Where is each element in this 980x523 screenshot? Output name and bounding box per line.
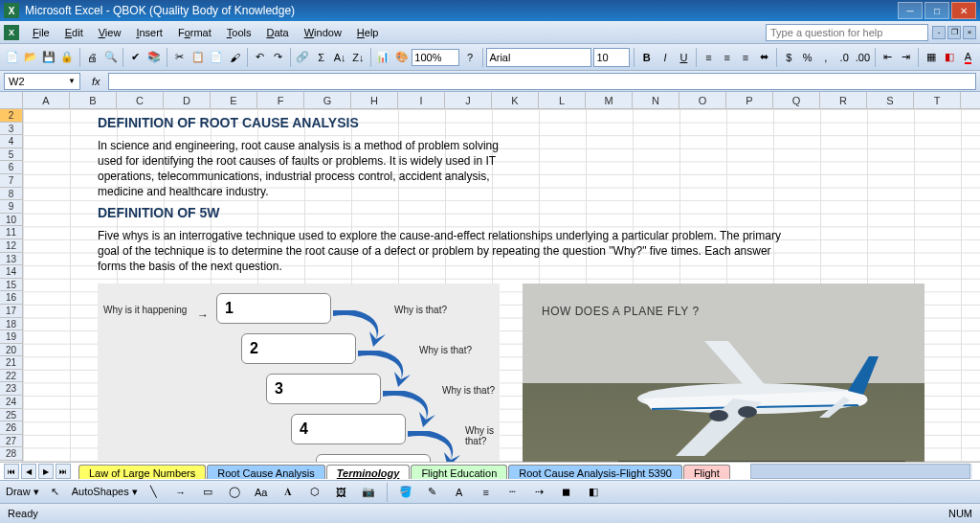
- col-H[interactable]: H: [351, 92, 398, 108]
- fill-color-draw-icon[interactable]: 🪣: [395, 482, 416, 503]
- row-24[interactable]: 24: [0, 396, 22, 409]
- redo-icon[interactable]: ↷: [270, 47, 286, 68]
- col-D[interactable]: D: [164, 92, 211, 108]
- fx-icon[interactable]: fx: [92, 76, 100, 87]
- sheet-tab[interactable]: Flight Education: [411, 465, 507, 479]
- diagram-icon[interactable]: ⬡: [304, 482, 325, 503]
- sort-asc-icon[interactable]: A↓: [331, 47, 347, 68]
- font-color-icon[interactable]: A: [960, 47, 976, 68]
- row-11[interactable]: 11: [0, 226, 22, 239]
- col-S[interactable]: S: [867, 92, 914, 108]
- formula-bar[interactable]: [108, 73, 976, 90]
- new-icon[interactable]: 📄: [4, 47, 20, 68]
- row-6[interactable]: 6: [0, 161, 22, 174]
- col-A[interactable]: A: [23, 92, 70, 108]
- increase-indent-icon[interactable]: ⇥: [898, 47, 914, 68]
- copy-icon[interactable]: 📋: [189, 47, 206, 68]
- draw-menu[interactable]: Draw ▾: [6, 486, 39, 498]
- row-19[interactable]: 19: [0, 330, 22, 344]
- oval-icon[interactable]: ◯: [224, 482, 245, 503]
- menu-tools[interactable]: Tools: [219, 25, 259, 40]
- font-color-draw-icon[interactable]: A: [449, 482, 470, 503]
- row-8[interactable]: 8: [0, 188, 22, 201]
- row-26[interactable]: 26: [0, 421, 22, 435]
- select-objects-icon[interactable]: ↖: [45, 482, 66, 503]
- sheet-tab[interactable]: Root Cause Analysis-Flight 5390: [508, 465, 682, 479]
- col-I[interactable]: I: [398, 92, 445, 108]
- picture-icon[interactable]: 📷: [358, 482, 379, 503]
- autoshapes-menu[interactable]: AutoShapes ▾: [72, 486, 138, 498]
- row-7[interactable]: 7: [0, 174, 22, 188]
- col-B[interactable]: B: [70, 92, 117, 108]
- row-27[interactable]: 27: [0, 435, 22, 448]
- row-5[interactable]: 5: [0, 148, 22, 162]
- tab-nav-prev[interactable]: ◀: [21, 464, 36, 479]
- research-icon[interactable]: 📚: [146, 47, 163, 68]
- print-preview-icon[interactable]: 🔍: [102, 47, 119, 68]
- row-20[interactable]: 20: [0, 344, 22, 357]
- col-N[interactable]: N: [633, 92, 679, 108]
- menu-file[interactable]: File: [25, 25, 57, 40]
- row-13[interactable]: 13: [0, 253, 22, 266]
- align-left-icon[interactable]: ≡: [701, 47, 717, 68]
- horizontal-scrollbar[interactable]: [750, 464, 972, 479]
- row-21[interactable]: 21: [0, 356, 22, 370]
- menu-data[interactable]: Data: [258, 25, 296, 40]
- open-icon[interactable]: 📂: [22, 47, 38, 68]
- font-size-select[interactable]: [593, 48, 630, 67]
- spreadsheet-grid[interactable]: DEFINITION OF ROOT CAUSE ANALYSIS In sci…: [23, 109, 980, 462]
- col-O[interactable]: O: [679, 92, 726, 108]
- clipart-icon[interactable]: 🖼: [331, 482, 352, 503]
- sheet-tab[interactable]: Law of Large Numbers: [78, 465, 206, 479]
- col-K[interactable]: K: [492, 92, 539, 108]
- format-painter-icon[interactable]: 🖌: [226, 47, 242, 68]
- currency-icon[interactable]: $: [781, 47, 797, 68]
- rectangle-icon[interactable]: ▭: [197, 482, 218, 503]
- col-C[interactable]: C: [117, 92, 164, 108]
- row-18[interactable]: 18: [0, 318, 22, 331]
- chart-wizard-icon[interactable]: 📊: [375, 47, 391, 68]
- sheet-tab[interactable]: Terminology: [326, 465, 411, 479]
- row-16[interactable]: 16: [0, 291, 22, 305]
- row-12[interactable]: 12: [0, 239, 22, 253]
- decrease-decimal-icon[interactable]: .00: [855, 47, 871, 68]
- col-P[interactable]: P: [726, 92, 773, 108]
- line-style-icon[interactable]: ≡: [476, 482, 497, 503]
- row-9[interactable]: 9: [0, 200, 22, 214]
- spelling-icon[interactable]: ✔: [127, 47, 144, 68]
- menu-view[interactable]: View: [91, 25, 129, 40]
- arrow-icon[interactable]: →: [170, 482, 191, 503]
- menu-insert[interactable]: Insert: [128, 25, 170, 40]
- sheet-tab[interactable]: Root Cause Analysis: [207, 465, 325, 479]
- row-15[interactable]: 15: [0, 279, 22, 292]
- dash-style-icon[interactable]: ┄: [502, 482, 523, 503]
- drawing-icon[interactable]: 🎨: [393, 47, 410, 68]
- col-T[interactable]: T: [914, 92, 961, 108]
- col-J[interactable]: J: [445, 92, 492, 108]
- align-center-icon[interactable]: ≡: [719, 47, 735, 68]
- merge-center-icon[interactable]: ⬌: [756, 47, 772, 68]
- fill-color-icon[interactable]: ◧: [942, 47, 958, 68]
- permission-icon[interactable]: 🔒: [59, 47, 76, 68]
- increase-decimal-icon[interactable]: .0: [836, 47, 853, 68]
- window-minimize[interactable]: ─: [898, 2, 923, 19]
- col-F[interactable]: F: [257, 92, 304, 108]
- shadow-icon[interactable]: ◼: [556, 482, 577, 503]
- doc-close[interactable]: ×: [963, 26, 976, 39]
- row-17[interactable]: 17: [0, 305, 22, 318]
- help-icon[interactable]: ?: [461, 47, 478, 68]
- paste-icon[interactable]: 📄: [208, 47, 224, 68]
- tab-nav-first[interactable]: ⏮: [4, 464, 19, 479]
- col-R[interactable]: R: [820, 92, 867, 108]
- 3d-icon[interactable]: ◧: [583, 482, 604, 503]
- underline-icon[interactable]: U: [676, 47, 692, 68]
- col-Q[interactable]: Q: [773, 92, 820, 108]
- col-E[interactable]: E: [211, 92, 257, 108]
- borders-icon[interactable]: ▦: [923, 47, 939, 68]
- decrease-indent-icon[interactable]: ⇤: [880, 47, 896, 68]
- percent-icon[interactable]: %: [799, 47, 815, 68]
- col-M[interactable]: M: [586, 92, 633, 108]
- menu-format[interactable]: Format: [170, 25, 219, 40]
- col-G[interactable]: G: [304, 92, 351, 108]
- line-color-icon[interactable]: ✎: [422, 482, 443, 503]
